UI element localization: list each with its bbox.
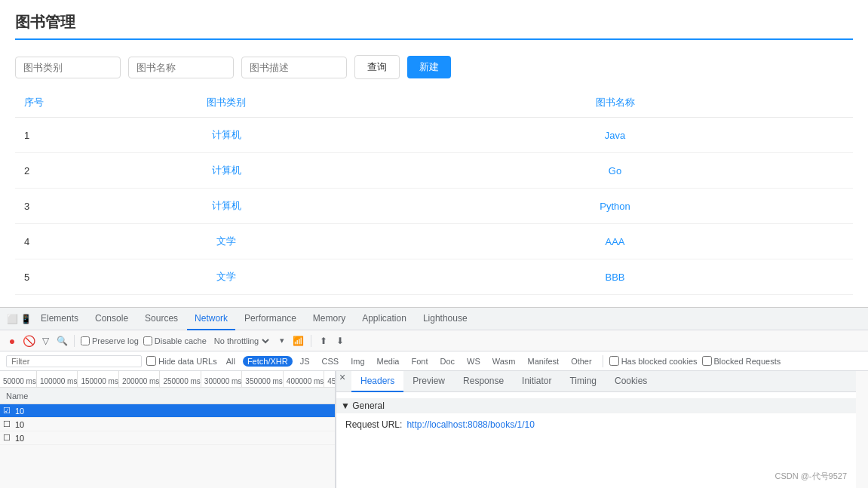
right-panel-tabs: × Headers Preview Response Initiator Tim… <box>336 371 856 392</box>
tick-350000: 350000 ms <box>242 371 283 387</box>
network-body: 50000 ms 100000 ms 150000 ms 200000 ms 2… <box>0 371 868 488</box>
chip-js[interactable]: JS <box>296 356 314 367</box>
preserve-log-checkbox[interactable] <box>81 336 90 345</box>
book-link-4[interactable]: BBB <box>605 272 624 283</box>
table-row: 2 计算机 Go <box>15 153 853 189</box>
record-button[interactable]: ● <box>6 335 18 347</box>
throttle-select[interactable]: No throttling <box>211 336 271 346</box>
cell-name-0: Java <box>377 118 853 153</box>
tab-memory[interactable]: Memory <box>305 308 353 330</box>
cell-num-4: 5 <box>15 259 75 295</box>
upload-icon[interactable]: ⬆ <box>317 335 330 347</box>
request-url-row: Request URL: http://localhost:8088/books… <box>345 418 847 431</box>
filter-button[interactable]: ▽ <box>39 335 51 347</box>
tick-150000: 150000 ms <box>78 371 118 387</box>
csdn-watermark: CSDN @-代号9527 <box>774 471 847 482</box>
book-link-3[interactable]: AAA <box>605 236 624 247</box>
has-blocked-label: Has blocked cookies <box>609 356 698 366</box>
tick-400000: 400000 ms <box>284 371 324 387</box>
right-panel-close[interactable]: × <box>336 371 348 383</box>
chip-doc[interactable]: Doc <box>435 356 459 367</box>
tab-console[interactable]: Console <box>87 308 136 330</box>
devtools-tabbar: ⬜ 📱 Elements Console Sources Network Per… <box>0 308 868 330</box>
clear-button[interactable]: 🚫 <box>23 335 35 347</box>
row-check-1: ☑ <box>3 406 15 416</box>
tab-response[interactable]: Response <box>454 371 513 392</box>
row-name-2: 10 <box>15 420 332 429</box>
cell-cat-2: 计算机 <box>75 189 377 224</box>
tab-application[interactable]: Application <box>354 308 414 330</box>
table-row: 5 文学 BBB <box>15 259 853 295</box>
category-input[interactable] <box>15 57 121 78</box>
chip-fetchxhr[interactable]: Fetch/XHR <box>243 356 293 367</box>
new-button[interactable]: 新建 <box>407 56 451 78</box>
has-blocked-checkbox[interactable] <box>609 356 619 366</box>
chip-all[interactable]: All <box>222 356 240 367</box>
network-list-rows: ☑ 10 ☐ 10 ☐ 10 <box>0 404 335 488</box>
book-link-0[interactable]: Java <box>605 130 625 141</box>
desc-input[interactable] <box>241 57 347 78</box>
request-url-link[interactable]: http://localhost:8088/books/1/10 <box>406 419 534 430</box>
hide-data-urls-label: Hide data URLs <box>146 356 217 366</box>
name-input[interactable] <box>128 57 234 78</box>
table-row: 4 文学 AAA <box>15 224 853 259</box>
cell-cat-0: 计算机 <box>75 118 377 153</box>
books-table-container: 序号 图书类别 图书名称 1 计算机 Java 2 计算机 Go 3 计算机 P… <box>0 88 868 307</box>
filter-sep <box>603 355 603 367</box>
devtools-device-icon[interactable]: 📱 <box>20 313 32 325</box>
throttle-down-icon[interactable]: ▾ <box>276 335 288 347</box>
network-filter-input[interactable] <box>6 355 142 367</box>
chip-img[interactable]: Img <box>346 356 369 367</box>
tick-50000: 50000 ms <box>0 371 37 387</box>
query-button[interactable]: 查询 <box>354 55 400 79</box>
chip-manifest[interactable]: Manifest <box>523 356 564 367</box>
tab-cookies[interactable]: Cookies <box>606 371 656 392</box>
network-row-1[interactable]: ☑ 10 <box>0 404 335 418</box>
cell-num-3: 4 <box>15 224 75 259</box>
disable-cache-checkbox[interactable] <box>143 336 152 345</box>
chip-font[interactable]: Font <box>406 356 432 367</box>
cell-cat-1: 计算机 <box>75 153 377 189</box>
tab-lighthouse[interactable]: Lighthouse <box>416 308 475 330</box>
wifi-icon[interactable]: 📶 <box>293 335 305 347</box>
tick-250000: 250000 ms <box>160 371 201 387</box>
cell-name-3: AAA <box>377 224 853 259</box>
book-link-2[interactable]: Python <box>600 201 630 212</box>
book-link-1[interactable]: Go <box>609 165 621 176</box>
tab-network[interactable]: Network <box>187 308 235 330</box>
row-check-2: ☐ <box>3 419 15 429</box>
chip-ws[interactable]: WS <box>462 356 485 367</box>
table-row: 1 计算机 Java <box>15 118 853 153</box>
tab-preview[interactable]: Preview <box>403 371 454 392</box>
tab-initiator[interactable]: Initiator <box>513 371 560 392</box>
chip-wasm[interactable]: Wasm <box>488 356 520 367</box>
tab-timing[interactable]: Timing <box>560 371 606 392</box>
blocked-requests-checkbox[interactable] <box>702 356 712 366</box>
cell-num-0: 1 <box>15 118 75 153</box>
cell-name-4: BBB <box>377 259 853 295</box>
chip-other[interactable]: Other <box>566 356 597 367</box>
header-divider <box>15 38 853 40</box>
network-row-3[interactable]: ☐ 10 <box>0 431 335 445</box>
row-check-3: ☐ <box>3 433 15 443</box>
toolbar-sep1 <box>74 335 75 347</box>
tab-elements[interactable]: Elements <box>33 308 86 330</box>
network-list-header: Name <box>0 388 335 404</box>
tab-sources[interactable]: Sources <box>137 308 186 330</box>
col-header-name: 图书名称 <box>377 88 853 118</box>
tab-performance[interactable]: Performance <box>237 308 304 330</box>
row-name-3: 10 <box>15 434 332 443</box>
tab-headers[interactable]: Headers <box>351 371 403 392</box>
search-button[interactable]: 🔍 <box>56 335 68 347</box>
devtools-inspect-icon[interactable]: ⬜ <box>6 313 18 325</box>
network-row-2[interactable]: ☐ 10 <box>0 418 335 431</box>
right-panel-content: ▼ General Request URL: http://localhost:… <box>336 392 856 447</box>
chip-css[interactable]: CSS <box>317 356 344 367</box>
request-url-label: Request URL: <box>345 419 402 430</box>
devtools-panel: ⬜ 📱 Elements Console Sources Network Per… <box>0 307 868 488</box>
network-list-area: 50000 ms 100000 ms 150000 ms 200000 ms 2… <box>0 371 336 488</box>
hide-data-urls-checkbox[interactable] <box>146 356 156 366</box>
general-section-title: ▼ General <box>336 398 856 413</box>
chip-media[interactable]: Media <box>373 356 404 367</box>
download-icon[interactable]: ⬇ <box>334 335 346 347</box>
